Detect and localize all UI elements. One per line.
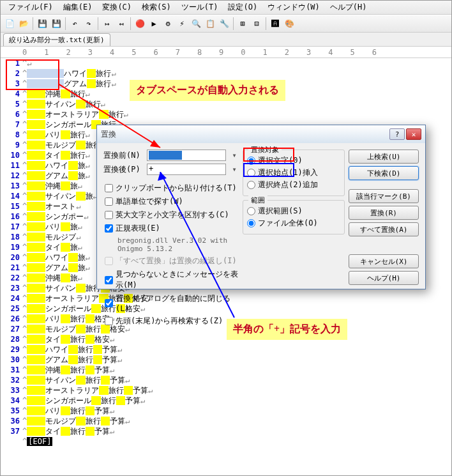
replace-button[interactable]: 置換(R) [349, 206, 419, 220]
win1-icon[interactable]: ⊞ [236, 17, 249, 30]
jump-icon[interactable]: ↦ [101, 17, 114, 30]
saveall-icon[interactable]: 💾 [50, 17, 63, 30]
search-down-button[interactable]: 下検索(D) [349, 166, 419, 180]
win2-icon[interactable]: ⊟ [250, 17, 263, 30]
after-field-highlight [243, 163, 294, 177]
misc3-icon[interactable]: 🔧 [218, 17, 230, 30]
menu-edit[interactable]: 編集(E) [58, 1, 98, 14]
menu-settings[interactable]: 設定(O) [223, 1, 262, 14]
ruler: 01234567890123456 [1, 47, 451, 58]
cancel-button[interactable]: キャンセル(X) [349, 254, 419, 268]
redo-icon[interactable]: ↷ [82, 17, 95, 30]
help-button-icon[interactable]: ? [389, 128, 405, 140]
range-file-radio[interactable]: ファイル全体(O) [247, 218, 340, 229]
arrow-blue-icon [158, 172, 247, 325]
menu-convert[interactable]: 変換(C) [97, 1, 137, 14]
svg-line-0 [58, 84, 160, 148]
rec-icon[interactable]: 🔴 [133, 17, 146, 30]
editor-line[interactable]: ^ ハワイ 旅行 予算↵ [22, 344, 451, 355]
before-field-highlight [243, 148, 294, 162]
tool-icon[interactable]: ⚙ [162, 17, 174, 30]
editor-line[interactable]: ^ サイパン 旅行 予算↵ [22, 375, 451, 385]
color-icon[interactable]: 🎨 [283, 17, 296, 30]
back-icon[interactable]: ↤ [115, 17, 128, 30]
play-icon[interactable]: ▶ [147, 17, 160, 30]
misc2-icon[interactable]: 📋 [204, 17, 216, 30]
svg-line-2 [160, 172, 234, 318]
new-icon[interactable]: 📄 [3, 17, 16, 30]
menu-file[interactable]: ファイル(F) [3, 1, 58, 14]
svg-marker-3 [158, 172, 167, 181]
eof-marker: [EOF] [27, 437, 52, 446]
arrow-red-icon [58, 84, 173, 154]
open-icon[interactable]: 📂 [17, 17, 30, 30]
exec-icon[interactable]: ⚡ [176, 17, 188, 30]
editor-line[interactable]: ^ ハワイ 旅行↵ [22, 68, 451, 79]
font-icon[interactable]: 🅰 [269, 17, 282, 30]
editor-line[interactable]: ^ バリ 旅行 予算↵ [22, 406, 451, 416]
mark-button[interactable]: 該当行マーク(B) [349, 189, 419, 203]
target-add-radio[interactable]: 選択終点(2)追加 [247, 180, 340, 190]
editor-line[interactable]: ^ シンガポール 旅行 予算↵ [22, 395, 451, 406]
line-gutter: 1234567891011121314151617181920212223242… [1, 58, 22, 447]
tabbar: 絞り込み部分一致.txt(更新) [1, 33, 451, 47]
replace-all-button[interactable]: すべて置換(A) [349, 222, 419, 236]
selection-annotation-box [6, 59, 59, 90]
close-icon[interactable]: ✕ [406, 128, 421, 140]
editor-line[interactable]: ^ タイ 旅行 予算↵ [22, 426, 451, 436]
editor-line[interactable]: ^ グアム 旅行 予算↵ [22, 355, 451, 365]
menu-window[interactable]: ウィンドウ(W) [262, 1, 325, 14]
range-sel-radio[interactable]: 選択範囲(S) [247, 206, 340, 217]
editor-line[interactable]: ^↵ [22, 58, 451, 68]
editor-line[interactable]: ^ モルジブ 旅行 予算↵ [22, 416, 451, 426]
before-dropdown-icon[interactable]: ▾ [230, 151, 239, 160]
range-group: 範囲 選択範囲(S) ファイル全体(O) [243, 200, 345, 234]
save-icon[interactable]: 💾 [36, 17, 49, 30]
editor-line[interactable]: ^ 沖縄 旅行 予算↵ [22, 365, 451, 375]
menu-tool[interactable]: ツール(T) [176, 1, 223, 14]
after-label: 置換後(P) [103, 164, 143, 175]
misc1-icon[interactable]: 🔍 [190, 17, 202, 30]
editor-line[interactable]: ^ オーストラリア 旅行 予算↵ [22, 385, 451, 395]
menu-search[interactable]: 検索(S) [137, 1, 176, 14]
document-tab[interactable]: 絞り込み部分一致.txt(更新) [3, 33, 110, 46]
svg-marker-1 [150, 140, 160, 148]
undo-icon[interactable]: ↶ [68, 17, 81, 30]
search-up-button[interactable]: 上検索(U) [349, 150, 419, 164]
menubar[interactable]: ファイル(F) 編集(E) 変換(C) 検索(S) ツール(T) 設定(O) ウ… [1, 1, 451, 15]
toolbar: 📄 📂 💾 💾 ↶ ↷ ↦ ↤ 🔴 ▶ ⚙ ⚡ 🔍 📋 🔧 ⊞ ⊟ 🅰 🎨 [1, 15, 451, 33]
menu-help[interactable]: ヘルプ(H) [325, 1, 372, 14]
help-button[interactable]: ヘルプ(H) [349, 271, 419, 285]
